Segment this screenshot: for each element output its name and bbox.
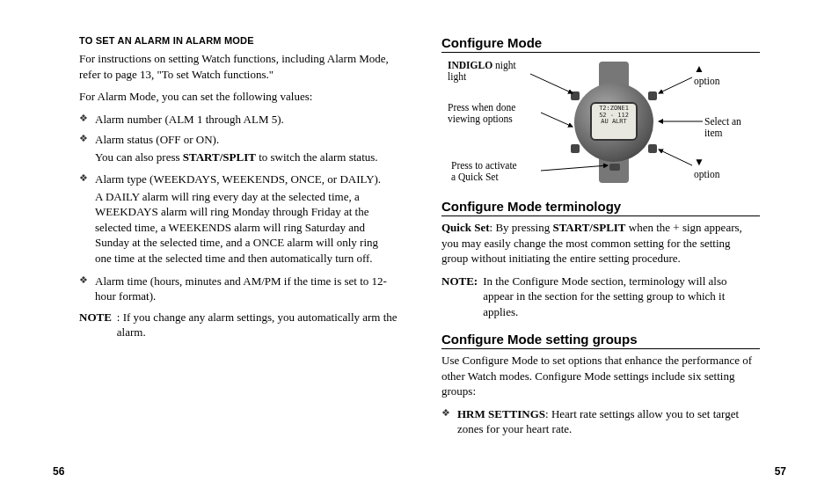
list-item: Alarm type (WEEKDAYS, WEEKENDS, ONCE, or…: [79, 172, 398, 266]
list-text: Alarm type (WEEKDAYS, WEEKENDS, ONCE, or…: [95, 172, 381, 186]
page-57: Configure Mode T2:ZONE1 52 - 112 AU ALRT: [441, 35, 795, 478]
list-item: Alarm time (hours, minutes and AM/PM if …: [79, 274, 398, 304]
svg-line-2: [541, 165, 608, 171]
list-item: Alarm status (OFF or ON). You can also p…: [79, 132, 398, 164]
watch-button-bottom: [609, 164, 620, 171]
watch-button-bl: [571, 144, 580, 153]
triangle-down-icon: ▼: [694, 156, 704, 168]
note-block: NOTE: In the Configure Mode section, ter…: [441, 274, 760, 320]
indiglo-bold: INDIGLO: [448, 60, 492, 70]
terminology-paragraph: Quick Set: By pressing START/SPLIT when …: [441, 220, 760, 267]
watch-face: T2:ZONE1 52 - 112 AU ALRT: [590, 102, 638, 141]
face-line: AU ALRT: [592, 119, 636, 126]
note-label: NOTE: [79, 310, 112, 340]
watch-case: T2:ZONE1 52 - 112 AU ALRT: [574, 83, 653, 162]
page-spread: TO SET AN ALARM IN ALARM MODE For instru…: [0, 0, 839, 504]
note-text: In the Configure Mode section, terminolo…: [483, 274, 760, 320]
svg-line-3: [659, 77, 692, 93]
label-select-item: Select an item: [704, 116, 759, 139]
svg-line-1: [541, 113, 573, 127]
txt: option: [694, 169, 719, 179]
list-text: Alarm number (ALM 1 through ALM 5).: [95, 113, 284, 126]
quick-set-label: Quick Set: [441, 221, 490, 234]
watch-diagram: T2:ZONE1 52 - 112 AU ALRT: [442, 58, 759, 190]
alarm-values-list: Alarm number (ALM 1 through ALM 5). Alar…: [79, 112, 398, 304]
configure-terminology-heading: Configure Mode terminology: [441, 199, 760, 216]
configure-groups-heading: Configure Mode setting groups: [441, 332, 760, 349]
alarm-lead: For Alarm Mode, you can set the followin…: [79, 89, 398, 105]
txt: option: [694, 76, 719, 86]
list-item: HRM SETTINGS: Heart rate settings allow …: [441, 406, 760, 437]
watch-body: T2:ZONE1 52 - 112 AU ALRT: [574, 83, 653, 162]
alarm-intro: For instructions on setting Watch functi…: [79, 51, 398, 82]
start-split-label: START/SPLIT: [552, 221, 625, 234]
list-text: Alarm time (hours, minutes and AM/PM if …: [95, 274, 387, 303]
txt: to switch the alarm status.: [256, 150, 378, 164]
note-block: NOTE : If you change any alarm settings,…: [79, 310, 398, 340]
list-item: Alarm number (ALM 1 through ALM 5).: [79, 112, 398, 128]
page-number-left: 56: [53, 465, 64, 478]
watch-button-br: [648, 144, 657, 153]
note-text: : If you change any alarm settings, you …: [117, 310, 398, 340]
watch-button-tl: [571, 91, 580, 100]
triangle-up-icon: ▲: [694, 62, 704, 75]
label-up-option: ▲ option: [694, 63, 719, 87]
svg-line-0: [530, 74, 573, 93]
list-subtext: A DAILY alarm will ring every day at the…: [95, 189, 398, 267]
note-label: NOTE:: [441, 274, 478, 320]
txt: You can also press: [95, 150, 183, 164]
watch-button-tr: [648, 91, 657, 100]
page-56: TO SET AN ALARM IN ALARM MODE For instru…: [44, 35, 398, 478]
svg-line-5: [659, 150, 692, 165]
list-subtext: You can also press START/SPLIT to switch…: [95, 150, 398, 165]
label-indiglo: INDIGLO night light: [448, 60, 516, 83]
list-text: Alarm status (OFF or ON).: [95, 133, 219, 146]
label-down-option: ▼ option: [694, 157, 719, 180]
page-number-right: 57: [775, 465, 786, 478]
label-press-quickset: Press to activate a Quick Set: [451, 160, 517, 183]
hrm-settings-label: HRM SETTINGS: [457, 407, 545, 420]
groups-intro: Use Configure Mode to set options that e…: [441, 353, 760, 399]
txt: : By pressing: [490, 221, 553, 234]
alarm-subhead: TO SET AN ALARM IN ALARM MODE: [79, 35, 398, 46]
configure-mode-heading: Configure Mode: [441, 35, 760, 53]
setting-groups-list: HRM SETTINGS: Heart rate settings allow …: [441, 406, 760, 437]
label-press-done: Press when done viewing options: [448, 102, 515, 125]
start-split-label: START/SPLIT: [183, 150, 256, 164]
